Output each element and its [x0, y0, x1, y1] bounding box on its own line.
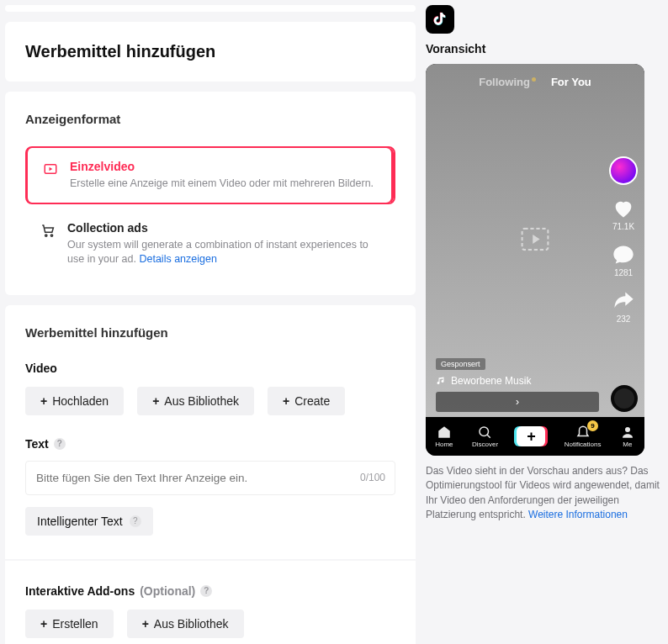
- cta-bar[interactable]: ›: [436, 392, 599, 412]
- format-section-title: Anzeigenformat: [25, 112, 395, 126]
- text-label: Text: [25, 437, 49, 451]
- smart-text-button[interactable]: Intelligenter Text ?: [25, 507, 153, 536]
- sponsored-badge: Gesponsert: [436, 358, 485, 370]
- format-option-single-video[interactable]: Einzelvideo Erstelle eine Anzeige mit ei…: [25, 146, 395, 204]
- tab-following[interactable]: Following: [479, 76, 536, 88]
- upload-button[interactable]: +Hochladen: [25, 387, 124, 415]
- from-library-button[interactable]: +Aus Bibliothek: [137, 387, 254, 415]
- share-button[interactable]: 232: [612, 289, 635, 324]
- details-link[interactable]: Details anzeigen: [139, 253, 216, 265]
- video-frame-icon: [43, 160, 58, 191]
- comment-button[interactable]: 1281: [612, 243, 635, 277]
- tiktok-logo-icon: [426, 5, 454, 34]
- preview-title: Voransicht: [426, 42, 663, 55]
- video-label: Video: [25, 362, 57, 375]
- format-collection-desc: Our system will generate a combination o…: [67, 238, 380, 267]
- svg-point-5: [625, 427, 630, 432]
- nav-discover[interactable]: Discover: [472, 425, 498, 448]
- addons-label: Interaktive Add-ons: [25, 584, 135, 598]
- music-disc-icon[interactable]: [611, 385, 638, 412]
- page-title: Werbemittel hinzufügen: [25, 42, 395, 61]
- tiktok-preview: Following For You 71.1K 1281: [426, 64, 644, 456]
- like-button[interactable]: 71.1K: [612, 197, 635, 231]
- nav-home[interactable]: Home: [435, 425, 453, 448]
- format-option-collection[interactable]: Collection ads Our system will generate …: [25, 213, 395, 275]
- addons-create-button[interactable]: +Erstellen: [25, 610, 114, 638]
- addons-optional: (Optional): [140, 584, 195, 598]
- svg-point-4: [480, 427, 489, 436]
- creative-section-title: Werbemittel hinzufügen: [25, 325, 395, 340]
- promoted-music[interactable]: Beworbene Musik: [436, 375, 531, 387]
- help-icon[interactable]: ?: [200, 585, 212, 597]
- create-button[interactable]: +Create: [268, 387, 345, 415]
- profile-avatar[interactable]: [609, 156, 638, 185]
- notifications-badge: 9: [587, 420, 598, 431]
- nav-create[interactable]: +: [517, 426, 545, 446]
- play-placeholder-icon: [521, 228, 549, 254]
- ad-text-input[interactable]: [25, 461, 395, 495]
- format-single-title: Einzelvideo: [70, 160, 374, 173]
- help-icon[interactable]: ?: [54, 438, 66, 450]
- svg-point-1: [45, 235, 47, 236]
- shopping-cart-icon: [40, 221, 56, 267]
- format-single-desc: Erstelle eine Anzeige mit einem Video od…: [70, 177, 374, 191]
- help-icon[interactable]: ?: [130, 515, 141, 527]
- addons-library-button[interactable]: +Aus Bibliothek: [127, 610, 244, 638]
- tab-for-you[interactable]: For You: [551, 76, 591, 88]
- svg-point-2: [50, 235, 52, 236]
- nav-me[interactable]: Me: [620, 425, 635, 448]
- preview-note: Das Video sieht in der Vorschau anders a…: [426, 464, 663, 523]
- more-info-link[interactable]: Weitere Informationen: [528, 509, 628, 520]
- format-collection-title: Collection ads: [67, 221, 380, 235]
- char-counter: 0/100: [360, 472, 385, 483]
